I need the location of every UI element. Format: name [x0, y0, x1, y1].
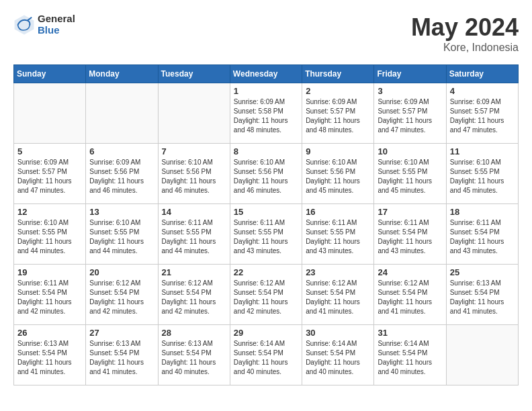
- day-info: Sunrise: 6:10 AM Sunset: 5:55 PM Dayligh…: [89, 218, 154, 256]
- day-info: Sunrise: 6:09 AM Sunset: 5:57 PM Dayligh…: [378, 97, 442, 135]
- day-cell: 29Sunrise: 6:14 AM Sunset: 5:54 PM Dayli…: [230, 325, 302, 385]
- day-number: 7: [162, 146, 226, 156]
- day-info: Sunrise: 6:10 AM Sunset: 5:55 PM Dayligh…: [17, 218, 82, 256]
- day-cell: 23Sunrise: 6:12 AM Sunset: 5:54 PM Dayli…: [302, 265, 374, 325]
- day-cell: 22Sunrise: 6:12 AM Sunset: 5:54 PM Dayli…: [230, 265, 302, 325]
- day-cell: 10Sunrise: 6:10 AM Sunset: 5:55 PM Dayli…: [374, 144, 446, 204]
- day-info: Sunrise: 6:11 AM Sunset: 5:55 PM Dayligh…: [306, 218, 370, 256]
- day-info: Sunrise: 6:09 AM Sunset: 5:57 PM Dayligh…: [450, 97, 515, 135]
- day-info: Sunrise: 6:11 AM Sunset: 5:54 PM Dayligh…: [378, 218, 442, 256]
- day-cell: [158, 83, 230, 144]
- day-cell: 7Sunrise: 6:10 AM Sunset: 5:56 PM Daylig…: [158, 144, 230, 204]
- day-info: Sunrise: 6:14 AM Sunset: 5:54 PM Dayligh…: [306, 339, 370, 377]
- day-number: 21: [162, 267, 226, 277]
- day-cell: 30Sunrise: 6:14 AM Sunset: 5:54 PM Dayli…: [302, 325, 374, 385]
- day-number: 23: [306, 267, 370, 277]
- day-cell: 4Sunrise: 6:09 AM Sunset: 5:57 PM Daylig…: [446, 83, 518, 144]
- day-number: 27: [89, 328, 154, 338]
- day-number: 19: [17, 267, 82, 277]
- day-cell: 8Sunrise: 6:10 AM Sunset: 5:56 PM Daylig…: [230, 144, 302, 204]
- day-number: 5: [17, 146, 82, 156]
- day-number: 24: [378, 267, 442, 277]
- day-info: Sunrise: 6:14 AM Sunset: 5:54 PM Dayligh…: [234, 339, 298, 377]
- logo-text: General Blue: [38, 13, 75, 36]
- day-number: 10: [378, 146, 442, 156]
- day-info: Sunrise: 6:13 AM Sunset: 5:54 PM Dayligh…: [450, 279, 515, 316]
- header-thursday: Thursday: [302, 65, 374, 83]
- day-cell: 15Sunrise: 6:11 AM Sunset: 5:55 PM Dayli…: [230, 204, 302, 265]
- day-info: Sunrise: 6:10 AM Sunset: 5:55 PM Dayligh…: [378, 158, 442, 195]
- day-info: Sunrise: 6:12 AM Sunset: 5:54 PM Dayligh…: [89, 279, 154, 316]
- day-number: 30: [306, 328, 370, 338]
- day-cell: 1Sunrise: 6:09 AM Sunset: 5:58 PM Daylig…: [230, 83, 302, 144]
- day-cell: 26Sunrise: 6:13 AM Sunset: 5:54 PM Dayli…: [14, 325, 86, 385]
- day-number: 12: [17, 207, 82, 217]
- day-number: 4: [450, 86, 515, 96]
- day-cell: [14, 83, 86, 144]
- day-number: 28: [162, 328, 226, 338]
- header-sunday: Sunday: [14, 65, 86, 83]
- day-info: Sunrise: 6:11 AM Sunset: 5:55 PM Dayligh…: [234, 218, 298, 256]
- title-block: May 2024 Kore, Indonesia: [411, 13, 519, 54]
- day-cell: 14Sunrise: 6:11 AM Sunset: 5:55 PM Dayli…: [158, 204, 230, 265]
- week-row-3: 19Sunrise: 6:11 AM Sunset: 5:54 PM Dayli…: [14, 265, 519, 325]
- day-info: Sunrise: 6:09 AM Sunset: 5:57 PM Dayligh…: [17, 158, 82, 195]
- day-cell: 21Sunrise: 6:12 AM Sunset: 5:54 PM Dayli…: [158, 265, 230, 325]
- day-cell: 6Sunrise: 6:09 AM Sunset: 5:56 PM Daylig…: [86, 144, 158, 204]
- week-row-2: 12Sunrise: 6:10 AM Sunset: 5:55 PM Dayli…: [14, 204, 519, 265]
- day-cell: 3Sunrise: 6:09 AM Sunset: 5:57 PM Daylig…: [374, 83, 446, 144]
- day-info: Sunrise: 6:10 AM Sunset: 5:56 PM Dayligh…: [234, 158, 298, 195]
- day-number: 25: [450, 267, 515, 277]
- day-number: 17: [378, 207, 442, 217]
- day-cell: 2Sunrise: 6:09 AM Sunset: 5:57 PM Daylig…: [302, 83, 374, 144]
- header-friday: Friday: [374, 65, 446, 83]
- calendar-location: Kore, Indonesia: [411, 42, 519, 54]
- day-cell: 28Sunrise: 6:13 AM Sunset: 5:54 PM Dayli…: [158, 325, 230, 385]
- header-row: SundayMondayTuesdayWednesdayThursdayFrid…: [14, 65, 519, 83]
- day-number: 3: [378, 86, 442, 96]
- day-cell: 16Sunrise: 6:11 AM Sunset: 5:55 PM Dayli…: [302, 204, 374, 265]
- week-row-1: 5Sunrise: 6:09 AM Sunset: 5:57 PM Daylig…: [14, 144, 519, 204]
- calendar-table: SundayMondayTuesdayWednesdayThursdayFrid…: [13, 64, 519, 385]
- week-row-0: 1Sunrise: 6:09 AM Sunset: 5:58 PM Daylig…: [14, 83, 519, 144]
- day-number: 29: [234, 328, 298, 338]
- day-number: 1: [234, 86, 298, 96]
- day-info: Sunrise: 6:10 AM Sunset: 5:55 PM Dayligh…: [450, 158, 515, 195]
- day-info: Sunrise: 6:12 AM Sunset: 5:54 PM Dayligh…: [162, 279, 226, 316]
- day-cell: 20Sunrise: 6:12 AM Sunset: 5:54 PM Dayli…: [86, 265, 158, 325]
- page-header: General Blue May 2024 Kore, Indonesia: [13, 13, 519, 54]
- week-row-4: 26Sunrise: 6:13 AM Sunset: 5:54 PM Dayli…: [14, 325, 519, 385]
- day-cell: 18Sunrise: 6:11 AM Sunset: 5:54 PM Dayli…: [446, 204, 518, 265]
- day-info: Sunrise: 6:10 AM Sunset: 5:56 PM Dayligh…: [162, 158, 226, 195]
- day-number: 20: [89, 267, 154, 277]
- day-cell: 19Sunrise: 6:11 AM Sunset: 5:54 PM Dayli…: [14, 265, 86, 325]
- day-cell: 17Sunrise: 6:11 AM Sunset: 5:54 PM Dayli…: [374, 204, 446, 265]
- day-info: Sunrise: 6:09 AM Sunset: 5:57 PM Dayligh…: [306, 97, 370, 135]
- day-info: Sunrise: 6:11 AM Sunset: 5:54 PM Dayligh…: [17, 279, 82, 316]
- day-cell: 31Sunrise: 6:14 AM Sunset: 5:54 PM Dayli…: [374, 325, 446, 385]
- day-cell: [446, 325, 518, 385]
- day-cell: 11Sunrise: 6:10 AM Sunset: 5:55 PM Dayli…: [446, 144, 518, 204]
- logo-general-text: General: [38, 13, 75, 25]
- day-cell: 25Sunrise: 6:13 AM Sunset: 5:54 PM Dayli…: [446, 265, 518, 325]
- day-info: Sunrise: 6:09 AM Sunset: 5:56 PM Dayligh…: [89, 158, 154, 195]
- header-tuesday: Tuesday: [158, 65, 230, 83]
- day-info: Sunrise: 6:13 AM Sunset: 5:54 PM Dayligh…: [162, 339, 226, 377]
- day-info: Sunrise: 6:13 AM Sunset: 5:54 PM Dayligh…: [89, 339, 154, 377]
- day-number: 18: [450, 207, 515, 217]
- logo: General Blue: [13, 13, 75, 36]
- day-info: Sunrise: 6:10 AM Sunset: 5:56 PM Dayligh…: [306, 158, 370, 195]
- header-saturday: Saturday: [446, 65, 518, 83]
- day-info: Sunrise: 6:11 AM Sunset: 5:54 PM Dayligh…: [450, 218, 515, 256]
- day-number: 13: [89, 207, 154, 217]
- day-cell: 13Sunrise: 6:10 AM Sunset: 5:55 PM Dayli…: [86, 204, 158, 265]
- day-info: Sunrise: 6:11 AM Sunset: 5:55 PM Dayligh…: [162, 218, 226, 256]
- day-cell: 5Sunrise: 6:09 AM Sunset: 5:57 PM Daylig…: [14, 144, 86, 204]
- day-cell: 9Sunrise: 6:10 AM Sunset: 5:56 PM Daylig…: [302, 144, 374, 204]
- day-info: Sunrise: 6:12 AM Sunset: 5:54 PM Dayligh…: [306, 279, 370, 316]
- day-number: 22: [234, 267, 298, 277]
- calendar-title: May 2024: [411, 13, 519, 42]
- day-number: 11: [450, 146, 515, 156]
- day-info: Sunrise: 6:14 AM Sunset: 5:54 PM Dayligh…: [378, 339, 442, 377]
- day-cell: 27Sunrise: 6:13 AM Sunset: 5:54 PM Dayli…: [86, 325, 158, 385]
